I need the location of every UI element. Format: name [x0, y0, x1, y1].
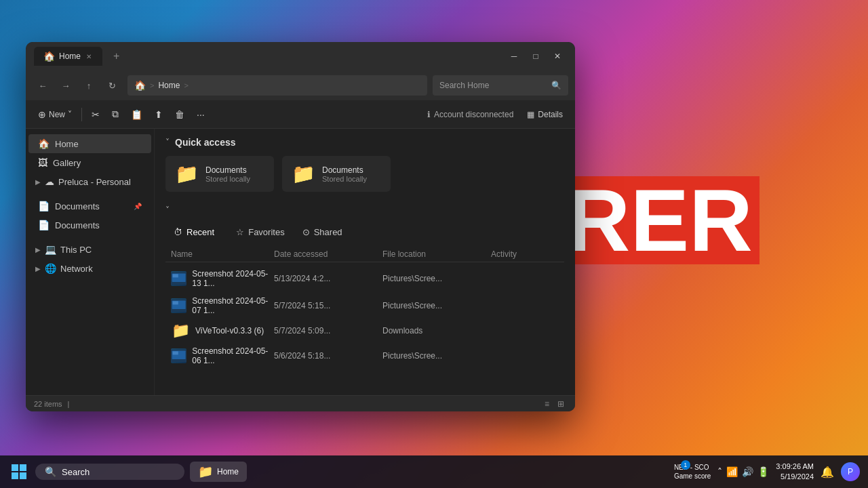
new-icon: ⊕	[38, 109, 46, 120]
folder-icon-0: 📁	[175, 163, 199, 185]
cloud-icon: ☁	[45, 176, 54, 187]
quick-access-collapse-icon: ˅	[165, 138, 170, 147]
maximize-button[interactable]: □	[526, 47, 545, 66]
paste-button[interactable]: 📋	[125, 106, 148, 123]
back-button[interactable]: ←	[33, 75, 53, 96]
address-separator: >	[150, 81, 154, 89]
sidebar-thispc-label: This PC	[60, 245, 92, 255]
search-icon: 🔍	[551, 81, 561, 90]
account-disconnected-button[interactable]: ℹ Account disconnected	[422, 107, 519, 122]
refresh-button[interactable]: ↻	[102, 75, 122, 96]
file-thumb-0	[171, 271, 186, 286]
account-icon: ℹ	[427, 110, 431, 119]
grid-view-button[interactable]: ⊞	[555, 398, 567, 410]
delete-button[interactable]: 🗑	[170, 106, 190, 123]
section-tabs: ⏱ Recent ☆ Favorites ⊙ Shared	[165, 223, 564, 241]
file-date-1: 5/7/2024 5:15...	[274, 301, 382, 310]
details-button[interactable]: ▦ Details	[521, 107, 568, 122]
thispc-icon: 💻	[45, 244, 56, 255]
taskbar-search-text: Search	[62, 467, 90, 477]
search-bar[interactable]: Search Home 🔍	[433, 75, 568, 96]
pin-icon: 📌	[134, 203, 142, 210]
taskbar-search[interactable]: 🔍 Search	[35, 464, 184, 480]
sidebar-item-documents-1[interactable]: 📄 Documents 📌	[28, 197, 151, 216]
taskbar-right: 1 NED - SCO Game score ˄ 📶 🔊 🔋 3:09:26 A…	[674, 462, 860, 483]
table-row[interactable]: Screenshot 2024-05-13 1... 5/13/2024 4:2…	[165, 265, 564, 292]
file-name-2: 📁 ViVeTool-v0.3.3 (6)	[171, 323, 274, 338]
quick-access-name-0: Documents	[205, 165, 250, 175]
toolbar: ⊕ New ˅ ✂ ⧉ 📋 ⬆ 🗑 ··· ℹ Account disconne…	[26, 100, 575, 129]
status-bar: 22 items | ≡ ⊞	[26, 395, 575, 411]
file-location-3: Pictures\Scree...	[382, 351, 491, 361]
sidebar-item-home[interactable]: 🏠 Home	[28, 134, 151, 153]
volume-icon[interactable]: 🔊	[742, 466, 753, 477]
new-tab-button[interactable]: +	[108, 47, 125, 65]
account-label: Account disconnected	[434, 110, 513, 119]
quick-access-item-1[interactable]: 📁 Documents Stored locally	[282, 156, 391, 192]
score-text: NED - SCO Game score	[674, 463, 711, 481]
chevron-up-icon[interactable]: ˄	[717, 466, 722, 477]
sidebar-item-gallery-label: Gallery	[53, 158, 81, 168]
table-row[interactable]: Screenshot 2024-05-06 1... 5/6/2024 5:18…	[165, 342, 564, 369]
new-arrow: ˅	[68, 110, 72, 119]
quick-access-info-0: Documents Stored locally	[205, 165, 250, 183]
file-location-2: Downloads	[382, 326, 491, 336]
tab-favorites-label: Favorites	[248, 227, 284, 237]
tab-close-btn[interactable]: ✕	[85, 53, 93, 60]
svg-rect-12	[20, 472, 26, 479]
score-notification[interactable]: 1 NED - SCO Game score	[674, 463, 711, 481]
network-icon: 🌐	[45, 263, 56, 274]
quick-access-item-0[interactable]: 📁 Documents Stored locally	[165, 156, 274, 192]
list-view-button[interactable]: ≡	[542, 398, 552, 410]
clock-date: 5/19/2024	[776, 472, 814, 482]
quick-access-header[interactable]: ˅ Quick access	[165, 137, 564, 148]
copy-button[interactable]: ⧉	[106, 105, 124, 123]
battery-icon[interactable]: 🔋	[757, 466, 769, 477]
file-thumb-2: 📁	[171, 323, 190, 338]
copy-icon: ⧉	[112, 108, 119, 120]
tab-home-title: Home	[59, 52, 81, 61]
tab-favorites[interactable]: ☆ Favorites	[228, 223, 292, 241]
sidebar-item-thispc[interactable]: ▶ 💻 This PC	[26, 240, 154, 259]
col-activity: Activity	[491, 249, 559, 259]
notification-bell-icon[interactable]: 🔔	[821, 466, 834, 479]
recent-collapse-icon: ˅	[165, 205, 170, 215]
status-cursor: |	[68, 400, 70, 408]
file-name-1: Screenshot 2024-05-07 1...	[171, 296, 274, 315]
svg-rect-11	[12, 472, 18, 479]
start-button[interactable]	[8, 461, 30, 483]
address-bar[interactable]: 🏠 > Home >	[127, 75, 427, 96]
sidebar-item-documents-2[interactable]: 📄 Documents	[28, 216, 151, 235]
tab-home[interactable]: 🏠 Home ✕	[34, 47, 102, 66]
address-text: Home	[158, 81, 180, 90]
clock[interactable]: 3:09:26 AM 5/19/2024	[776, 462, 814, 483]
minimize-button[interactable]: ─	[505, 47, 524, 66]
cut-button[interactable]: ✂	[86, 106, 105, 123]
user-avatar[interactable]: P	[841, 462, 860, 481]
document-icon-1: 📄	[38, 201, 50, 211]
table-row[interactable]: 📁 ViVeTool-v0.3.3 (6) 5/7/2024 5:09... D…	[165, 319, 564, 342]
sidebar-item-network[interactable]: ▶ 🌐 Network	[26, 259, 154, 278]
sidebar-item-gallery[interactable]: 🖼 Gallery	[28, 153, 151, 172]
quick-access-name-1: Documents	[322, 165, 367, 175]
score-line1: NED - SCO	[674, 463, 711, 472]
clock-time: 3:09:26 AM	[776, 462, 814, 472]
table-row[interactable]: Screenshot 2024-05-07 1... 5/7/2024 5:15…	[165, 292, 564, 319]
up-button[interactable]: ↑	[79, 75, 99, 96]
svg-rect-2	[172, 274, 178, 277]
share-button[interactable]: ⬆	[149, 106, 168, 123]
file-date-3: 5/6/2024 5:18...	[274, 351, 382, 361]
more-button[interactable]: ···	[191, 106, 210, 123]
details-icon: ▦	[527, 110, 534, 119]
score-badge: 1	[681, 460, 690, 470]
new-button[interactable]: ⊕ New ˅	[33, 106, 77, 123]
tab-shared[interactable]: ⊙ Shared	[294, 223, 351, 241]
close-button[interactable]: ✕	[548, 47, 567, 66]
sidebar-item-personal[interactable]: ▶ ☁ Preluca - Personal	[26, 172, 154, 191]
tab-recent[interactable]: ⏱ Recent	[165, 223, 226, 241]
taskbar-folder[interactable]: 📁 Home	[190, 462, 247, 482]
quick-access-sub-0: Stored locally	[205, 175, 250, 183]
wifi-icon[interactable]: 📶	[726, 466, 738, 477]
nav-bar: ← → ↑ ↻ 🏠 > Home > Search Home 🔍	[26, 70, 575, 100]
forward-button[interactable]: →	[56, 75, 76, 96]
